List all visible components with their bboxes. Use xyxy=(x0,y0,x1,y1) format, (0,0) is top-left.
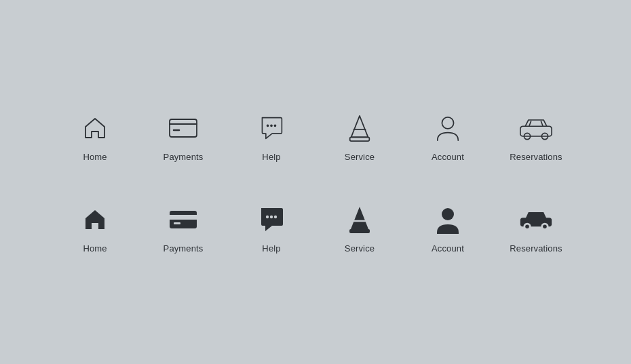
svg-point-22 xyxy=(442,208,454,220)
nav-item-service-filled[interactable]: Service xyxy=(316,203,404,254)
payments-filled-label: Payments xyxy=(164,243,204,254)
service-icon xyxy=(343,111,377,145)
reservations-filled-icon xyxy=(519,203,553,237)
home-filled-icon xyxy=(78,203,112,237)
nav-item-account[interactable]: Account xyxy=(404,111,492,162)
svg-line-13 xyxy=(541,121,543,125)
svg-point-4 xyxy=(270,124,273,127)
account-label: Account xyxy=(432,152,464,162)
account-icon xyxy=(431,111,465,145)
service-filled-icon xyxy=(343,203,377,237)
help-icon xyxy=(254,111,288,145)
home-label: Home xyxy=(83,152,107,162)
svg-rect-0 xyxy=(170,119,197,137)
nav-item-reservations-filled[interactable]: Reservations xyxy=(492,203,580,254)
svg-point-5 xyxy=(274,124,277,127)
help-label: Help xyxy=(262,152,280,162)
page-container: Home Payments H xyxy=(0,0,631,364)
svg-rect-6 xyxy=(350,137,370,141)
nav-item-payments-filled[interactable]: Payments xyxy=(139,203,227,254)
svg-point-3 xyxy=(267,124,269,127)
reservations-icon xyxy=(519,111,553,145)
svg-rect-15 xyxy=(170,215,197,220)
help-filled-icon xyxy=(254,203,288,237)
home-filled-label: Home xyxy=(83,243,107,254)
help-filled-label: Help xyxy=(262,243,280,254)
nav-item-account-filled[interactable]: Account xyxy=(404,203,492,254)
svg-point-8 xyxy=(442,117,453,128)
svg-line-12 xyxy=(529,121,531,125)
home-icon xyxy=(78,111,112,145)
svg-point-18 xyxy=(270,215,273,218)
nav-item-reservations[interactable]: Reservations xyxy=(492,111,580,162)
icon-row-filled: Home Payments H xyxy=(51,203,580,254)
nav-item-help-filled[interactable]: Help xyxy=(227,203,316,254)
svg-point-17 xyxy=(266,215,269,218)
reservations-label: Reservations xyxy=(510,152,562,162)
payments-filled-icon xyxy=(166,203,200,237)
account-filled-label: Account xyxy=(432,243,464,254)
nav-item-payments[interactable]: Payments xyxy=(139,111,227,162)
icon-row-outline: Home Payments H xyxy=(51,111,580,162)
nav-item-service[interactable]: Service xyxy=(316,111,404,162)
svg-rect-16 xyxy=(174,222,180,224)
service-filled-label: Service xyxy=(345,243,375,254)
nav-item-home[interactable]: Home xyxy=(51,111,139,162)
svg-point-19 xyxy=(274,215,277,218)
nav-item-help[interactable]: Help xyxy=(227,111,316,162)
svg-rect-20 xyxy=(349,229,370,233)
payments-icon xyxy=(166,111,200,145)
account-filled-icon xyxy=(431,203,465,237)
service-label: Service xyxy=(345,152,375,162)
svg-point-25 xyxy=(525,224,529,228)
nav-item-home-filled[interactable]: Home xyxy=(51,203,139,254)
svg-point-27 xyxy=(543,224,547,228)
reservations-filled-label: Reservations xyxy=(510,243,562,254)
payments-label: Payments xyxy=(164,152,204,162)
